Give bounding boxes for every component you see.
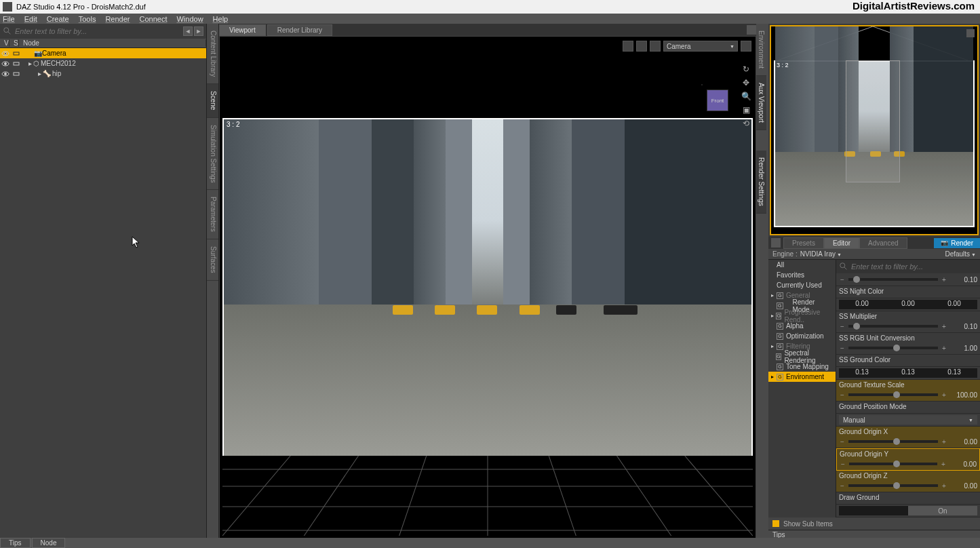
category-all[interactable]: All	[768, 260, 836, 270]
svg-point-9	[5, 73, 7, 75]
show-sub-items[interactable]: Show Sub Items	[768, 517, 980, 530]
tab-scene[interactable]: Scene	[207, 84, 218, 117]
param-drop[interactable]: Manual	[836, 414, 980, 427]
menu-file[interactable]: File	[3, 15, 15, 23]
viewport-tabs: Viewport Render Library	[219, 24, 756, 36]
title-bar: DAZ Studio 4.12 Pro - DroisMatch2.duf	[0, 0, 980, 14]
category-currently-used[interactable]: Currently Used	[768, 280, 836, 290]
param-ss-ground-color[interactable]: SS Ground Color	[836, 355, 980, 367]
tab-parameters[interactable]: Parameters	[207, 190, 218, 239]
param-draw-ground[interactable]: Draw Ground	[836, 492, 980, 505]
tab-surfaces[interactable]: Surfaces	[207, 239, 218, 280]
tab-environment[interactable]: Environment	[756, 24, 766, 76]
viewport-options-icon[interactable]	[741, 41, 751, 52]
bone-icon[interactable]	[12, 60, 20, 67]
col-node[interactable]: Node	[19, 39, 206, 47]
status-tab-node[interactable]: Node	[32, 538, 66, 548]
col-visibility[interactable]: V	[0, 39, 9, 47]
param-triple[interactable]: 0.000.000.00	[836, 298, 980, 311]
menu-connect[interactable]: Connect	[140, 15, 168, 23]
status-tab-tips[interactable]: Tips	[0, 538, 31, 548]
tab-viewport[interactable]: Viewport	[219, 24, 266, 36]
frame-icon[interactable]: ▣	[741, 104, 751, 115]
param-ground-origin-y[interactable]: Ground Origin Y−+0.00	[836, 448, 980, 471]
bone-icon[interactable]	[12, 71, 20, 77]
param-toggle[interactable]: On	[836, 505, 980, 517]
param-filter-input[interactable]	[851, 262, 977, 271]
category-favorites[interactable]: Favorites	[768, 270, 836, 280]
param-ss-multiplier[interactable]: SS Multiplier−+0.10	[836, 311, 980, 333]
figure-icon: ⬡	[33, 60, 39, 67]
right-side-tabs: Environment Aux Viewport Render Settings	[756, 24, 768, 539]
nav-cube[interactable]: Front	[701, 84, 735, 118]
eye-icon[interactable]	[1, 50, 9, 57]
svg-line-15	[222, 456, 290, 536]
eye-icon[interactable]	[1, 60, 9, 67]
checkbox-icon[interactable]	[772, 520, 779, 527]
filter-prev-button[interactable]: ◄	[183, 26, 193, 36]
filter-next-button[interactable]: ►	[194, 26, 203, 36]
param-filter-bar	[836, 260, 980, 273]
aux-options-icon[interactable]	[966, 29, 975, 37]
scene-filter-input[interactable]	[15, 27, 182, 35]
tab-editor[interactable]: Editor	[824, 237, 859, 249]
tab-content-library[interactable]: Content Library	[207, 24, 218, 84]
panel-menu-icon[interactable]	[747, 25, 756, 35]
pan-icon[interactable]: ✥	[741, 77, 751, 88]
menu-edit[interactable]: Edit	[24, 15, 37, 23]
col-select[interactable]: S	[9, 39, 19, 47]
scene-row-camera[interactable]: 📷 Camera	[0, 48, 206, 58]
scene-filter-bar: ◄ ►	[0, 24, 206, 39]
aux-selection-box[interactable]	[846, 60, 900, 182]
expand-icon[interactable]: ▸	[38, 70, 41, 77]
menu-window[interactable]: Window	[176, 15, 203, 23]
param-slider[interactable]: −+0.10	[836, 273, 980, 286]
menu-help[interactable]: Help	[213, 15, 229, 23]
search-icon	[3, 26, 12, 36]
category-list: AllFavoritesCurrently Used▸GGeneralGRend…	[768, 260, 836, 517]
param-ground-origin-x[interactable]: Ground Origin X−+0.00	[836, 427, 980, 448]
tab-render-settings[interactable]: Render Settings	[756, 151, 766, 214]
camera-sel-icon[interactable]	[650, 41, 661, 52]
render-frame	[222, 118, 753, 457]
tab-aux-viewport[interactable]: Aux Viewport	[756, 76, 766, 130]
param-ground-origin-z[interactable]: Ground Origin Z−+0.00	[836, 471, 980, 492]
expand-icon[interactable]: ▸	[28, 60, 32, 67]
category-environment[interactable]: ▸GEnvironment	[768, 372, 836, 382]
reset-icon[interactable]: ⟲	[741, 118, 751, 129]
scene-row-hip[interactable]: ▸ 🦴 hip	[0, 68, 206, 79]
defaults-dropdown[interactable]: Defaults	[945, 250, 976, 258]
right-column: Environment Aux Viewport Render Settings…	[756, 24, 980, 539]
cursor-icon	[132, 236, 141, 248]
viewport-surface[interactable]: Camera ↻ ✥ 🔍 ▣ ⟲ Front 3 : 2	[219, 36, 756, 539]
param-triple[interactable]: 0.130.130.13	[836, 367, 980, 380]
category-spectral-rendering[interactable]: GSpectral Rendering	[768, 351, 836, 361]
wireframe-icon[interactable]	[636, 41, 647, 52]
orbit-icon[interactable]: ↻	[741, 64, 751, 75]
param-ground-position-mode[interactable]: Ground Position Mode	[836, 402, 980, 414]
tab-simulation[interactable]: Simulation Settings	[207, 118, 218, 191]
bone-icon[interactable]	[12, 50, 20, 57]
param-ground-texture-scale[interactable]: Ground Texture Scale−+100.00	[836, 380, 980, 402]
tab-advanced[interactable]: Advanced	[859, 237, 907, 249]
scene-row-mech[interactable]: ▸ ⬡ MECH2012	[0, 58, 206, 68]
category-tone-mapping[interactable]: GTone Mapping	[768, 361, 836, 372]
render-button[interactable]: Render	[934, 238, 980, 248]
eye-icon[interactable]	[1, 71, 9, 77]
category-optimization[interactable]: GOptimization	[768, 331, 836, 341]
param-ss-rgb-unit-conversion[interactable]: SS RGB Unit Conversion−+1.00	[836, 333, 980, 355]
menu-render[interactable]: Render	[105, 15, 130, 23]
panel-menu-icon[interactable]	[771, 238, 781, 248]
menu-tools[interactable]: Tools	[79, 15, 96, 23]
engine-dropdown[interactable]: NVIDIA Iray	[800, 250, 842, 258]
tab-render-library[interactable]: Render Library	[267, 24, 332, 36]
zoom-icon[interactable]: 🔍	[741, 91, 751, 102]
drawstyle-icon[interactable]	[623, 41, 633, 52]
tab-presets[interactable]: Presets	[783, 237, 824, 249]
cube-face[interactable]: Front	[707, 90, 728, 111]
param-ss-night-color[interactable]: SS Night Color	[836, 286, 980, 298]
camera-dropdown[interactable]: Camera	[663, 41, 738, 52]
menu-create[interactable]: Create	[47, 15, 69, 23]
category-progressive-rend-[interactable]: ▸GProgressive Rend..	[768, 311, 836, 321]
aux-viewport[interactable]: 3 : 2	[770, 25, 979, 235]
